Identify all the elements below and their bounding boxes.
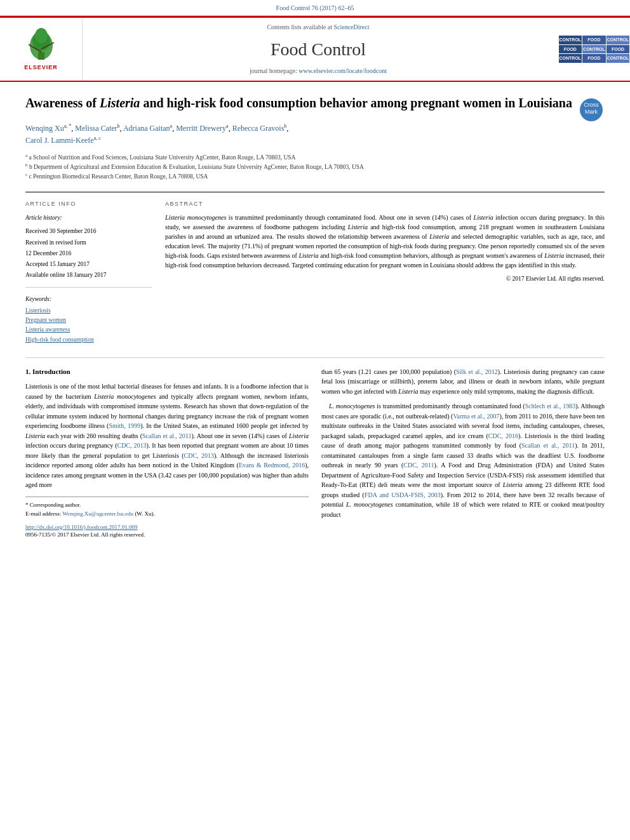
ref-cdc-2013a[interactable]: CDC, 2013	[117, 442, 147, 449]
abstract-col: ABSTRACT Listeria monocytogenes is trans…	[165, 200, 605, 345]
title-section: Awareness of Listeria and high-risk food…	[25, 95, 605, 123]
main-content: Awareness of Listeria and high-risk food…	[0, 82, 630, 552]
right-body-text: than 65 years (1.21 cases per 100,000 po…	[321, 367, 605, 520]
fc-box-4: FOOD	[559, 45, 582, 54]
abstract-heading: ABSTRACT	[165, 200, 605, 208]
food-control-logo-area: CONTROL FOOD CONTROL FOOD CONTROL FOOD C…	[554, 18, 630, 81]
affiliations: a a School of Nutrition and Food Science…	[25, 152, 605, 182]
svg-text:Cross: Cross	[584, 102, 599, 108]
fc-box-6: FOOD	[607, 45, 630, 54]
authors: Wenqing Xua, *, Melissa Caterb, Adriana …	[25, 123, 605, 147]
author-merritt[interactable]: Merritt Drewery	[176, 124, 226, 133]
accepted-date: Accepted 15 January 2017	[25, 259, 152, 270]
fc-box-8: FOOD	[582, 54, 606, 63]
ref-varma-2007[interactable]: Varma et al., 2007	[453, 413, 499, 420]
crossmark-badge: Cross Mark	[579, 97, 604, 123]
copyright: © 2017 Elsevier Ltd. All rights reserved…	[165, 275, 605, 283]
corresponding-author-note: * Corresponding author.	[25, 501, 309, 509]
keyword-pregnant-women[interactable]: Pregnant women	[25, 316, 152, 325]
ref-scallan-2011[interactable]: Scallan et al., 2011	[142, 432, 191, 439]
article-info-abstract: ARTICLE INFO Article history: Received 3…	[25, 192, 605, 345]
fc-box-1: CONTROL	[559, 36, 582, 44]
science-direct-line: Contents lists available at ScienceDirec…	[267, 23, 369, 32]
fc-box-7: CONTROL	[559, 54, 582, 63]
issn-line: 0956-7135/© 2017 Elsevier Ltd. All right…	[25, 531, 309, 539]
history-label: Article history:	[25, 213, 152, 223]
body-right-col: than 65 years (1.21 cases per 100,000 po…	[321, 367, 605, 539]
body-content: 1. Introduction Listeriosis is one of th…	[25, 357, 605, 539]
doi-link[interactable]: http://dx.doi.org/10.1016/j.foodcont.201…	[25, 524, 138, 530]
fc-box-3: CONTROL	[607, 36, 630, 44]
right-paragraph-2: L. monocytogenes is transmitted predomin…	[321, 401, 605, 519]
ref-schlech-1983[interactable]: Schlech et al., 1983	[525, 403, 575, 410]
received-date: Received 30 September 2016	[25, 226, 152, 237]
ref-silk-2012[interactable]: Silk et al., 2012	[456, 368, 498, 375]
elsevier-logo-area: ELSEVIER	[0, 18, 83, 81]
abstract-text: Listeria monocytogenes is transmitted pr…	[165, 213, 605, 270]
article-info-col: ARTICLE INFO Article history: Received 3…	[25, 200, 152, 345]
intro-paragraph-1: Listeriosis is one of the most lethal ba…	[25, 382, 309, 490]
journal-name: Food Control	[271, 37, 366, 62]
intro-body-text: Listeriosis is one of the most lethal ba…	[25, 382, 309, 490]
footnotes: * Corresponding author. E-mail address: …	[25, 497, 309, 518]
author-email-link[interactable]: Wenqing.Xu@agcenter.lsu.edu	[62, 510, 133, 517]
svg-point-3	[35, 28, 48, 43]
food-control-boxes: CONTROL FOOD CONTROL FOOD CONTROL FOOD C…	[559, 36, 626, 63]
elsevier-label: ELSEVIER	[24, 63, 58, 72]
elsevier-tree-icon	[19, 27, 64, 62]
keyword-listeriosis[interactable]: Listeriosis	[25, 306, 152, 316]
available-date: Available online 18 January 2017	[25, 270, 152, 281]
affiliation-c: c c Pennington Biomedical Research Cente…	[25, 171, 605, 181]
article-history: Article history: Received 30 September 2…	[25, 213, 152, 288]
intro-section-title: 1. Introduction	[25, 367, 309, 377]
keywords-list: Listeriosis Pregnant women Listeria awar…	[25, 306, 152, 345]
elsevier-logo: ELSEVIER	[19, 27, 64, 72]
journal-center: Contents lists available at ScienceDirec…	[83, 18, 554, 81]
ref-cdc-2013b[interactable]: CDC, 2013	[184, 452, 214, 459]
author-rebecca[interactable]: Rebecca Gravois	[232, 124, 285, 133]
ref-evans-2016[interactable]: Evans & Redmond, 2016	[239, 462, 305, 469]
keyword-listeria-awareness[interactable]: Listeria awareness	[25, 325, 152, 335]
svg-text:Mark: Mark	[585, 109, 598, 115]
fc-box-9: CONTROL	[607, 54, 630, 63]
fc-box-5: CONTROL	[582, 45, 606, 54]
citation-bar: Food Control 76 (2017) 62–65	[0, 0, 630, 16]
author-wenqing[interactable]: Wenqing Xu	[25, 124, 64, 133]
received-revised-label: Received in revised form	[25, 237, 152, 248]
keyword-high-risk[interactable]: High-risk food consumption	[25, 335, 152, 345]
affiliation-a: a a School of Nutrition and Food Science…	[25, 152, 605, 162]
article-title: Awareness of Listeria and high-risk food…	[25, 95, 572, 111]
fc-box-2: FOOD	[582, 36, 606, 44]
journal-header: ELSEVIER Contents lists available at Sci…	[0, 18, 630, 82]
ref-smith-1999[interactable]: Smith, 1999	[109, 422, 140, 429]
body-left-col: 1. Introduction Listeriosis is one of th…	[25, 367, 309, 539]
email-note: E-mail address: Wenqing.Xu@agcenter.lsu.…	[25, 510, 309, 518]
article-info-heading: ARTICLE INFO	[25, 200, 152, 208]
author-melissa[interactable]: Melissa Cater	[75, 124, 117, 133]
ref-cdc-2011[interactable]: CDC, 2011	[403, 462, 434, 469]
ref-scallan-2011b[interactable]: Scallan et al., 2011	[521, 442, 575, 449]
affiliation-b: b b Department of Agricultural and Exten…	[25, 162, 605, 171]
page: Food Control 76 (2017) 62–65 ELSEVIER	[0, 0, 630, 840]
citation-text: Food Control 76 (2017) 62–65	[276, 4, 354, 11]
revised-date: 12 December 2016	[25, 248, 152, 259]
author-carol[interactable]: Carol J. Lammi-Keefe	[25, 136, 94, 145]
keywords-section: Keywords: Listeriosis Pregnant women Lis…	[25, 294, 152, 345]
journal-homepage: journal homepage: www.elsevier.com/locat…	[250, 67, 387, 76]
journal-homepage-link[interactable]: www.elsevier.com/locate/foodcont	[298, 67, 387, 74]
keywords-label: Keywords:	[25, 294, 152, 305]
right-paragraph-1: than 65 years (1.21 cases per 100,000 po…	[321, 367, 605, 397]
doi-link-line: http://dx.doi.org/10.1016/j.foodcont.201…	[25, 523, 309, 531]
science-direct-link[interactable]: ScienceDirect	[333, 23, 369, 30]
author-adriana[interactable]: Adriana Gaitan	[123, 124, 170, 133]
doi-section: http://dx.doi.org/10.1016/j.foodcont.201…	[25, 523, 309, 539]
ref-cdc-2016[interactable]: CDC, 2016	[488, 432, 518, 439]
ref-fda-2003[interactable]: FDA and USDA-FSIS, 2003	[365, 491, 441, 498]
